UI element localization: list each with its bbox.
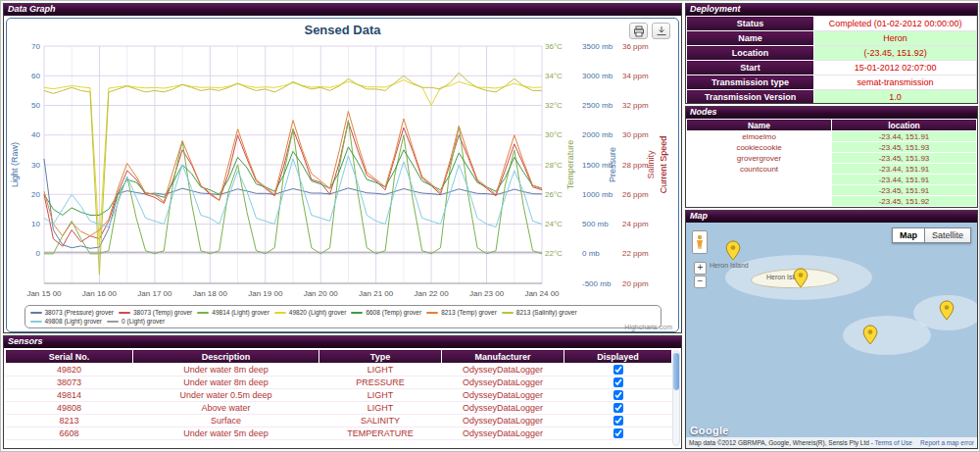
node-row: cookiecookie-23.45, 151.93 <box>687 142 977 153</box>
sensor-displayed-checkbox[interactable] <box>613 377 623 387</box>
map-canvas[interactable]: Heron Island Heron Island Map Satellite … <box>686 223 977 448</box>
zoom-in-button[interactable]: + <box>694 262 707 275</box>
deployment-row: NameHeron <box>687 31 977 46</box>
sensors-scrollbar[interactable] <box>672 350 680 446</box>
node-name: grovergrover <box>687 153 832 164</box>
legend-label: 8213 (Salinity) grover <box>516 309 577 316</box>
sensor-row: 6608Under water 5m deepTEMPERATUREOdysse… <box>6 427 672 440</box>
sensor-description: Above water <box>133 402 319 415</box>
sensor-manufacturer: OdysseyDataLogger <box>442 377 564 389</box>
sensor-displayed-checkbox[interactable] <box>613 390 623 400</box>
salinity-tick-label: 34 ppm <box>622 72 649 80</box>
legend-item[interactable]: 49820 (Light) grover <box>274 309 347 316</box>
temperature-tick-label: 32°C <box>545 101 563 110</box>
legend-item[interactable]: 38073 (Temp) grover <box>119 309 192 316</box>
map-marker[interactable] <box>793 268 808 288</box>
light-tick-label: 70 <box>31 42 40 51</box>
chart-export-buttons <box>629 23 670 39</box>
sensor-displayed-cell <box>564 377 672 389</box>
salinity-tick-label: 24 ppm <box>622 220 649 228</box>
deployment-row-value: Heron <box>814 31 977 46</box>
sensors-header-row: Serial No.DescriptionTypeManufacturerDis… <box>6 350 672 364</box>
node-location: -23.45, 151.93 <box>832 142 977 153</box>
deployment-row-value: 15-01-2012 02:07:00 <box>814 61 977 75</box>
nodes-column-header: location <box>832 120 977 131</box>
deployment-table: StatusCompleted (01-02-2012 00:00:00)Nam… <box>686 16 977 104</box>
legend-item[interactable]: 49814 (Light) grover <box>197 309 270 316</box>
chart-plot[interactable]: Jan 15 00Jan 16 00Jan 17 00Jan 18 00Jan … <box>7 40 679 303</box>
map-marker[interactable] <box>862 325 878 345</box>
sensors-column-header: Type <box>319 350 442 364</box>
nodes-header-row: Namelocation <box>687 120 977 131</box>
sensor-serial: 6608 <box>6 427 133 440</box>
sensor-description: Under water 8m deep <box>133 364 319 377</box>
legend-item[interactable]: 8213 (Temp) grover <box>426 309 497 316</box>
sensors-scrollbar-thumb[interactable] <box>673 353 679 390</box>
sensors-table-body: 49820Under water 8m deepLIGHTOdysseyData… <box>6 364 672 440</box>
temperature-tick-label: 28°C <box>545 161 563 170</box>
sensor-displayed-checkbox[interactable] <box>613 403 623 413</box>
salinity-tick-label: 36 ppm <box>622 42 649 51</box>
satellite-view-button[interactable]: Satellite <box>925 227 971 243</box>
sensor-displayed-checkbox[interactable] <box>613 428 623 438</box>
map-view-button[interactable]: Map <box>892 227 925 243</box>
legend-item[interactable]: 49808 (Light) grover <box>30 318 103 325</box>
map-attribution: Map data ©2012 GBRMPA, Google, Whereis(R… <box>686 437 977 448</box>
sensor-description: Under water 8m deep <box>133 377 319 389</box>
export-chart-button[interactable] <box>652 23 670 39</box>
light-axis-title: Light (Raw) <box>10 142 20 187</box>
node-location: -23.45, 151.91 <box>832 185 977 196</box>
light-tick-label: 20 <box>31 190 40 199</box>
map-pin-icon <box>793 268 808 288</box>
sensor-type: LIGHT <box>319 389 442 402</box>
google-logo[interactable]: Google <box>690 425 729 436</box>
pegman-control[interactable] <box>692 230 708 254</box>
node-name: cookiecookie <box>687 142 832 153</box>
sensor-type: SALINITY <box>319 415 442 427</box>
print-chart-button[interactable] <box>629 23 648 39</box>
legend-item[interactable]: 0 (Light) grover <box>107 318 165 325</box>
deployment-row: StatusCompleted (01-02-2012 00:00:00) <box>687 17 977 31</box>
sensor-displayed-cell <box>564 364 672 377</box>
x-axis-label: Jan 24 00 <box>524 289 560 298</box>
legend-label: 49808 (Light) grover <box>45 318 103 325</box>
node-location: -23.45, 151.93 <box>832 153 977 164</box>
temperature-tick-label: 30°C <box>545 130 563 139</box>
node-name <box>687 175 832 185</box>
salinity-tick-label: 22 ppm <box>622 249 649 258</box>
temperature-axis-title: Temperature <box>565 140 575 190</box>
temperature-tick-label: 22°C <box>545 249 563 258</box>
salinity-tick-label: 20 ppm <box>622 279 649 288</box>
pressure-tick-label: 500 mb <box>582 220 609 228</box>
terms-of-use-link[interactable]: Terms of Use <box>875 439 912 446</box>
legend-label: 38073 (Temp) grover <box>133 309 192 316</box>
map-pin-icon <box>725 240 741 261</box>
sensor-displayed-checkbox[interactable] <box>613 416 623 426</box>
current_speed-axis-title: Current Speed <box>659 136 668 194</box>
chart-credits[interactable]: Highcharts.com <box>624 324 672 330</box>
map-panel-header: Map <box>686 211 977 223</box>
legend-swatch <box>351 312 363 314</box>
legend-label: 38073 (Pressure) grover <box>45 309 114 316</box>
map-marker[interactable] <box>939 300 955 321</box>
legend-label: 49820 (Light) grover <box>289 309 347 316</box>
temperature-tick-label: 26°C <box>545 190 563 199</box>
map-marker[interactable] <box>725 240 741 261</box>
x-axis-label: Jan 20 00 <box>304 289 339 298</box>
legend-item[interactable]: 6608 (Temp) grover <box>351 309 421 316</box>
legend-swatch <box>197 312 209 314</box>
sensor-serial: 49808 <box>6 402 133 415</box>
temperature-tick-label: 36°C <box>545 42 563 51</box>
nodes-table: Namelocation elmoelmo-23.44, 151.91cooki… <box>686 119 977 207</box>
light-tick-label: 10 <box>31 220 40 228</box>
report-map-error-link[interactable]: Report a map error <box>920 439 974 446</box>
sensor-serial: 8213 <box>6 415 133 427</box>
legend-item[interactable]: 8213 (Salinity) grover <box>502 309 577 316</box>
pressure-tick-label: 3000 mb <box>582 72 613 80</box>
nodes-table-body: elmoelmo-23.44, 151.91cookiecookie-23.45… <box>687 131 977 207</box>
legend-item[interactable]: 38073 (Pressure) grover <box>30 309 114 316</box>
deployment-row-label: Location <box>687 46 814 61</box>
sensor-displayed-checkbox[interactable] <box>613 365 623 375</box>
pegman-icon <box>695 234 705 250</box>
zoom-out-button[interactable]: − <box>694 276 707 288</box>
